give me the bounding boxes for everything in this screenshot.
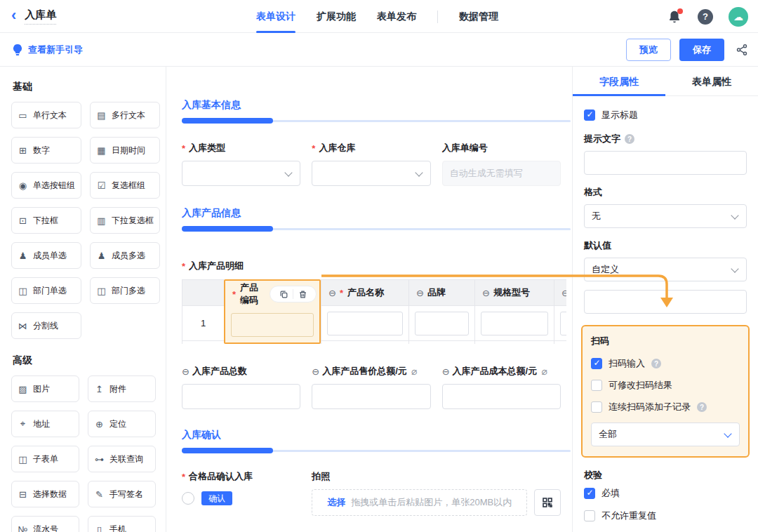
section-confirm[interactable]: 入库确认: [182, 429, 571, 453]
field-sale-amount[interactable]: ⊖入库产品售价总额/元⌀: [312, 365, 430, 409]
field-product-total[interactable]: ⊖入库产品总数: [182, 365, 300, 409]
show-title-option[interactable]: 显示标题: [584, 109, 747, 121]
field-cost-amount[interactable]: ⊖入库产品成本总额/元⌀: [442, 365, 561, 409]
field-product-detail-table[interactable]: *入库产品明细 1 * 产品编码: [182, 260, 571, 344]
default-value-input[interactable]: [584, 290, 747, 314]
field-inbound-type[interactable]: *入库类型: [182, 142, 300, 186]
tab-divider: [437, 11, 438, 23]
widget-datetime[interactable]: ▦日期时间: [90, 137, 160, 164]
confirm-option-tag[interactable]: 确认: [201, 491, 232, 505]
scan-continuous-option[interactable]: 连续扫码添加子记录 ?: [591, 401, 740, 413]
format-select[interactable]: 无: [584, 204, 747, 228]
sale-amount-input[interactable]: [312, 384, 430, 409]
help-circle-icon[interactable]: ?: [625, 134, 634, 144]
product-total-input[interactable]: [182, 384, 300, 409]
show-title-checkbox[interactable]: [584, 109, 595, 121]
row-index: 1: [182, 306, 224, 341]
tab-data-management[interactable]: 数据管理: [459, 0, 498, 33]
spec-cell-input[interactable]: [481, 312, 548, 335]
help-icon[interactable]: ?: [698, 9, 713, 25]
save-button[interactable]: 保存: [679, 39, 724, 61]
widget-multi-line-text[interactable]: ▤多行文本: [90, 102, 160, 128]
scan-editable-checkbox[interactable]: [591, 380, 602, 391]
widget-radio-group[interactable]: ◉单选按钮组: [11, 172, 81, 199]
field-inbound-warehouse[interactable]: *入库仓库: [312, 142, 430, 186]
default-value-select[interactable]: 自定义: [584, 258, 747, 281]
notification-bell-icon[interactable]: [667, 9, 682, 25]
widget-dropdown[interactable]: ⊡下拉框: [11, 207, 81, 234]
preview-button[interactable]: 预览: [626, 39, 671, 61]
photo-select-link[interactable]: 选择: [327, 496, 345, 509]
tab-extensions[interactable]: 扩展功能: [317, 0, 356, 33]
inbound-warehouse-select[interactable]: [312, 161, 430, 186]
field-confirm-inbound[interactable]: *合格品确认入库 确认: [182, 470, 300, 516]
field-photo[interactable]: 拍照 选择 拖拽或单击后粘贴图片，单张20MB以内: [312, 470, 561, 516]
multi-line-text-icon: ▤: [96, 110, 107, 121]
column-product-code-selected[interactable]: * 产品编码: [224, 279, 321, 344]
column-spec-model[interactable]: ⊖规格型号: [474, 279, 554, 344]
widget-member-multi[interactable]: ♟成员多选: [90, 242, 160, 269]
beginner-guide-link[interactable]: 查看新手引导: [13, 44, 83, 56]
column-product-name[interactable]: ⊖*产品名称: [321, 279, 408, 344]
widget-linked-query[interactable]: ⊶关联查询: [88, 446, 156, 472]
widget-number[interactable]: ⊞数字: [11, 137, 81, 164]
help-circle-icon[interactable]: ?: [651, 359, 661, 368]
widget-location[interactable]: ⊕定位: [88, 411, 156, 437]
widget-signature[interactable]: ✎手写签名: [88, 481, 156, 507]
required-checkbox[interactable]: [584, 488, 595, 499]
widget-department-multi[interactable]: ◫部门多选: [90, 277, 160, 304]
share-icon[interactable]: [736, 44, 748, 56]
tab-field-properties[interactable]: 字段属性: [573, 67, 665, 95]
widget-serial-number[interactable]: №流水号: [11, 516, 79, 532]
widget-checkbox-group[interactable]: ☑复选框组: [90, 172, 160, 199]
cost-amount-input[interactable]: [442, 384, 561, 409]
scan-continuous-checkbox[interactable]: [591, 401, 602, 413]
confirm-radio[interactable]: [182, 492, 194, 505]
bulb-icon: [13, 44, 22, 55]
product-code-cell-input[interactable]: [231, 313, 314, 337]
photo-upload-box[interactable]: 选择 拖拽或单击后粘贴图片，单张20MB以内: [312, 489, 527, 516]
scan-type-value: 全部: [599, 428, 617, 441]
avatar[interactable]: ☁: [729, 7, 748, 27]
widget-select-data[interactable]: ⊟选择数据: [11, 481, 79, 507]
tab-form-properties[interactable]: 表单属性: [665, 67, 758, 95]
qr-scan-button[interactable]: [534, 489, 561, 516]
back-icon[interactable]: ‹: [11, 8, 16, 23]
link-icon: ⊖: [482, 288, 490, 298]
checkbox-group-icon: ☑: [96, 180, 107, 191]
scan-settings-box: 扫码 扫码输入 ? 可修改扫码结果 连续扫码添加子记录 ? 全部: [581, 325, 750, 458]
link-icon: ⊖: [182, 366, 190, 377]
widget-dropdown-multi[interactable]: ▥下拉复选框: [90, 207, 160, 234]
no-duplicate-checkbox[interactable]: [584, 510, 595, 521]
widget-member-single[interactable]: ♟成员单选: [11, 242, 81, 269]
widget-divider[interactable]: ⋈分割线: [11, 312, 81, 339]
trash-icon[interactable]: [293, 286, 312, 302]
widget-image[interactable]: ▨图片: [11, 375, 79, 402]
widget-address[interactable]: ⌖地址: [11, 411, 79, 437]
field-inbound-number[interactable]: 入库单编号 自动生成无需填写: [442, 142, 561, 186]
help-circle-icon[interactable]: ?: [697, 402, 707, 412]
hint-text-label: 提示文字?: [584, 133, 747, 145]
section-product-info[interactable]: 入库产品信息: [182, 207, 571, 232]
section-basic-info[interactable]: 入库基本信息: [182, 99, 571, 124]
hint-text-input[interactable]: [584, 151, 747, 175]
widget-attachment[interactable]: ↥附件: [88, 375, 156, 402]
required-option[interactable]: 必填: [584, 487, 747, 500]
widget-phone[interactable]: ▯手机: [88, 516, 156, 532]
tab-form-publish[interactable]: 表单发布: [377, 0, 416, 33]
scan-input-option[interactable]: 扫码输入 ?: [591, 357, 740, 370]
section-basic-title: 入库基本信息: [182, 99, 571, 112]
widget-department-single[interactable]: ◫部门单选: [11, 277, 81, 304]
scan-input-checkbox[interactable]: [591, 358, 602, 369]
tab-form-design[interactable]: 表单设计: [256, 0, 295, 33]
scan-type-select[interactable]: 全部: [591, 423, 740, 446]
inbound-type-select[interactable]: [182, 161, 300, 186]
product-name-cell-input[interactable]: [327, 312, 403, 335]
scan-editable-option[interactable]: 可修改扫码结果: [591, 379, 740, 392]
widget-single-line-text[interactable]: ▭单行文本: [11, 102, 81, 128]
brand-cell-input[interactable]: [415, 312, 469, 335]
copy-icon[interactable]: [274, 286, 293, 302]
column-brand[interactable]: ⊖品牌: [408, 279, 474, 344]
no-duplicate-option[interactable]: 不允许重复值: [584, 510, 747, 522]
widget-subform[interactable]: ◫子表单: [11, 446, 79, 472]
